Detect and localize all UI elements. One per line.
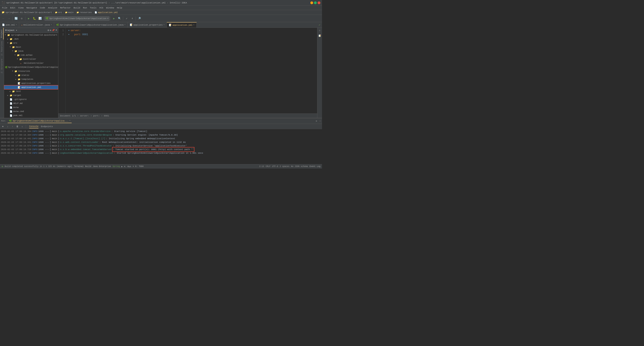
menu-tools[interactable]: Tools — [88, 6, 98, 9]
menu-view[interactable]: View — [17, 6, 25, 9]
breadcrumb-resources[interactable]: resources — [80, 11, 92, 14]
tab-pom-xml[interactable]: 📄 pom.xml × — [0, 22, 19, 28]
console-output[interactable]: 2020-02-03 17:09:19.364 INFO 1696 --- [ … — [0, 129, 322, 164]
back-button[interactable]: ← — [1, 16, 6, 21]
filter-button[interactable]: ⇣ — [20, 124, 24, 129]
endpoints-subtab[interactable]: Endpoints — [41, 125, 53, 128]
tree-mvn[interactable]: ▶ 📁 .mvn — [4, 37, 58, 41]
breadcrumb-main[interactable]: main — [68, 11, 74, 14]
tab-close-yml[interactable]: × — [193, 24, 194, 26]
tree-help-md[interactable]: 📄 HELP.md — [4, 101, 58, 105]
tree-springboot-app[interactable]: 🌿 Springboot01HelloworldQuickstartApplic… — [4, 65, 58, 69]
run-minimize-icon[interactable]: ─ — [320, 120, 321, 122]
menu-analyze[interactable]: Analyze — [47, 6, 58, 9]
menu-edit[interactable]: Edit — [9, 6, 16, 9]
code-editor[interactable]: • server: • port: 8081 — [66, 28, 317, 113]
schema[interactable]: No JSON schema — [291, 165, 308, 168]
right-icon-1[interactable]: ⚙ — [318, 28, 322, 32]
tab-hello-controller[interactable]: ☕ HelloController.java × — [19, 22, 54, 28]
todo-6-tab[interactable]: ≡ 6: TODO — [132, 165, 144, 168]
tab-close-hello[interactable]: × — [51, 24, 52, 26]
coverage-button[interactable]: 📊 — [38, 16, 43, 21]
menu-file[interactable]: File — [1, 6, 8, 9]
menu-help[interactable]: Help — [116, 6, 123, 9]
run-button[interactable]: ▶ — [111, 16, 116, 21]
breadcrumb-src[interactable]: src — [58, 11, 62, 14]
menu-vcs[interactable]: VCS — [98, 6, 104, 9]
commit-button[interactable]: ✓ — [124, 16, 129, 21]
tree-mvnw[interactable]: 📄 mvnw — [4, 105, 58, 109]
menu-navigate[interactable]: Navigate — [25, 6, 38, 9]
tree-hello-controller[interactable]: ☕ HelloController — [4, 61, 58, 65]
tree-mvnw-cmd[interactable]: 📄 mvnw.cmd — [4, 109, 58, 113]
scroll-up-button[interactable]: ↑ — [10, 124, 14, 129]
tab-springboot-app[interactable]: 🌿 Springboot01HelloworldQuickstartApplic… — [54, 22, 128, 28]
tree-controller-folder[interactable]: ▼ 📁 Controller — [4, 57, 58, 61]
tree-target[interactable]: ▶ 📁 target — [4, 93, 58, 97]
menu-build[interactable]: Build — [72, 6, 81, 9]
forward-button[interactable]: → — [6, 16, 12, 21]
run-close-icon[interactable]: × — [69, 120, 70, 122]
settings-button[interactable]: ⚙ — [19, 16, 24, 21]
tree-app-properties[interactable]: 📝 application.properties — [4, 81, 58, 85]
breadcrumb-project[interactable]: springboot-01-helloworld-quickstart — [6, 11, 52, 14]
menu-refactor[interactable]: Refactor — [59, 6, 72, 9]
spring-tab[interactable]: Spring — [112, 165, 120, 168]
tree-com-achao[interactable]: ▼ 📁 com.achao — [4, 53, 58, 57]
tab-close-pom[interactable]: × — [16, 24, 17, 26]
minimize-button[interactable] — [310, 1, 313, 4]
scroll-end-button[interactable]: ↓ — [6, 124, 10, 129]
close-project-panel-icon[interactable]: × — [56, 29, 57, 31]
run-config-dropdown[interactable]: 🌿 Springboot01HelloworldQuickstartApplic… — [44, 16, 110, 21]
pin-icon[interactable]: 📌 — [52, 29, 55, 31]
event-log[interactable]: Event Log — [310, 165, 320, 168]
checkmark-icon[interactable]: ✓ — [317, 23, 322, 26]
tree-templates[interactable]: ▶ 📁 templates — [4, 77, 58, 81]
indent[interactable]: 2 spaces — [280, 165, 290, 168]
sync-button[interactable]: 🔄 — [14, 16, 19, 21]
build-tab[interactable]: Build — [85, 165, 91, 168]
line-sep[interactable]: CRLF — [266, 165, 270, 168]
encoding[interactable]: UTF-8 — [272, 165, 278, 168]
search-button[interactable]: 🔎 — [137, 16, 142, 21]
tab-close-props[interactable]: × — [164, 24, 164, 26]
run-app-tab[interactable]: 🌿 Springboot01HelloworldQuickstartApplic… — [8, 119, 72, 123]
tab-app-yml[interactable]: 📝 application.yml × — [167, 22, 196, 28]
stop-button[interactable]: ■ — [1, 124, 5, 129]
menu-window[interactable]: Window — [105, 6, 115, 9]
project-tab-vertical[interactable]: Project — [0, 28, 4, 39]
tree-src[interactable]: ▼ 📁 src — [4, 41, 58, 45]
clear-button[interactable]: 🗑 — [15, 124, 19, 129]
collapse-all-icon[interactable]: ⊟ — [48, 29, 49, 31]
structure-tab-vertical[interactable]: Z: Structure — [0, 57, 4, 75]
menu-code[interactable]: Code — [39, 6, 46, 9]
run-settings-icon[interactable]: ⚙ — [316, 120, 317, 122]
favorites-tab-vertical[interactable]: 2: Favorites — [0, 39, 4, 57]
tree-gitignore[interactable]: 📄 .gitignore — [4, 97, 58, 101]
update-project-button[interactable]: ⬇ — [130, 16, 135, 21]
tree-resources[interactable]: ▼ 📁 resources — [4, 69, 58, 73]
tree-app-yml[interactable]: 📝 application.yml — [4, 85, 58, 89]
tab-app-properties[interactable]: 📝 application.properties × — [128, 22, 167, 28]
close-button[interactable] — [318, 1, 320, 4]
tree-test[interactable]: ▶ 📁 test — [4, 89, 58, 93]
maximize-button[interactable] — [314, 1, 317, 4]
terminal-tab[interactable]: Terminal — [74, 165, 84, 168]
console-subtab[interactable]: Console — [29, 125, 38, 128]
menu-run[interactable]: Run — [82, 6, 88, 9]
editor-content[interactable]: 1 2 • server: • port: 8081 — [58, 28, 317, 113]
right-icon-2[interactable]: 📝 — [318, 34, 322, 38]
settings-project-icon[interactable]: ⚙ — [50, 29, 51, 31]
tree-java[interactable]: ▼ 📁 java — [4, 49, 58, 53]
run-4-tab[interactable]: ▶ 4: Run — [121, 165, 131, 168]
tree-root[interactable]: ▼ 📁 springboot-01-helloworld-quickstart — [4, 33, 58, 37]
tree-main[interactable]: ▼ 📁 main — [4, 45, 58, 49]
java-enterprise-tab[interactable]: Java Enterprise — [93, 165, 111, 168]
run-build-button[interactable]: ▶ — [26, 16, 32, 21]
tab-close-app[interactable]: × — [124, 24, 126, 26]
tree-static[interactable]: ▶ 📁 static — [4, 73, 58, 77]
tree-pom-xml[interactable]: 📄 pom.xml — [4, 113, 58, 117]
debug-button[interactable]: 🐛 — [32, 16, 37, 21]
debug-run-button[interactable]: 🔍 — [117, 16, 122, 21]
breadcrumb-file[interactable]: application.yml — [98, 11, 118, 14]
